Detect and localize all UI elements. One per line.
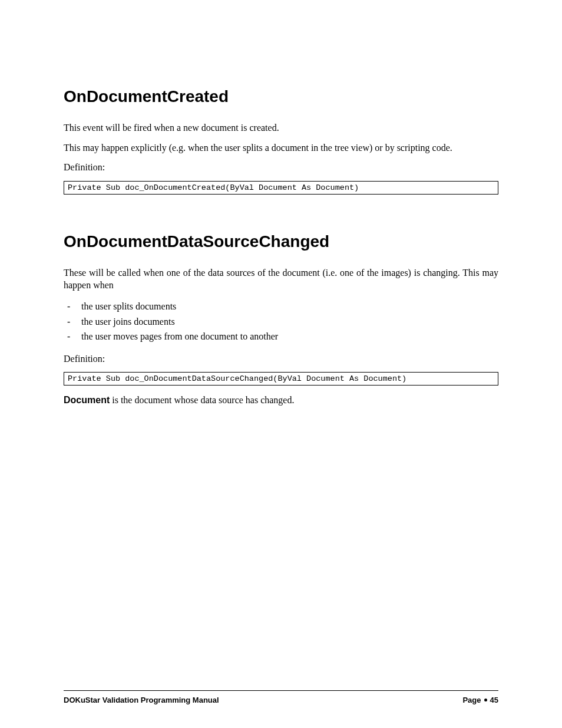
heading-ondocumentcreated: OnDocumentCreated bbox=[64, 87, 498, 106]
list-item: the user splits documents bbox=[64, 299, 498, 314]
note-term: Document bbox=[64, 395, 110, 405]
footer-page: Page45 bbox=[462, 696, 498, 704]
footer-page-label: Page bbox=[462, 696, 481, 704]
definition-label: Definition: bbox=[64, 353, 498, 365]
note-text: is the document whose data source has ch… bbox=[110, 395, 294, 405]
footer-divider bbox=[64, 690, 498, 691]
footer-manual-title: DOKuStar Validation Programming Manual bbox=[64, 696, 219, 704]
code-block: Private Sub doc_OnDocumentCreated(ByVal … bbox=[64, 181, 498, 195]
definition-label: Definition: bbox=[64, 161, 498, 174]
page-footer: DOKuStar Validation Programming Manual P… bbox=[64, 690, 498, 704]
code-block: Private Sub doc_OnDocumentDataSourceChan… bbox=[64, 372, 498, 386]
bullet-list: the user splits documents the user joins… bbox=[64, 299, 498, 344]
heading-ondocumentdatasourcechanged: OnDocumentDataSourceChanged bbox=[64, 232, 498, 251]
paragraph: This event will be fired when a new docu… bbox=[64, 121, 498, 134]
paragraph: These will be called when one of the dat… bbox=[64, 266, 498, 292]
list-item: the user moves pages from one document t… bbox=[64, 329, 498, 344]
bullet-icon bbox=[484, 699, 487, 701]
note: Document is the document whose data sour… bbox=[64, 395, 498, 406]
footer-page-number: 45 bbox=[490, 696, 498, 704]
list-item: the user joins documents bbox=[64, 314, 498, 330]
page-content: OnDocumentCreated This event will be fir… bbox=[0, 0, 562, 406]
paragraph: This may happen explicitly (e.g. when th… bbox=[64, 141, 498, 154]
